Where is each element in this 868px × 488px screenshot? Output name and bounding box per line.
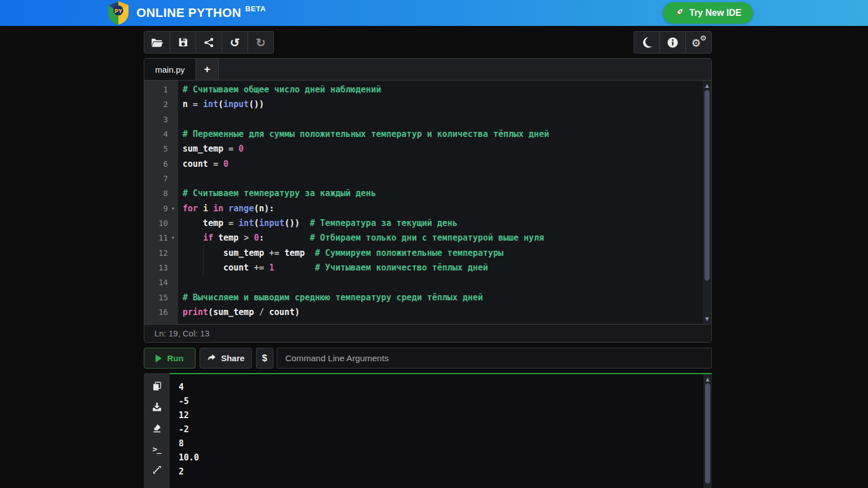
command-line-arguments-input[interactable] [277, 348, 712, 369]
copy-button[interactable] [150, 380, 163, 392]
code-text [178, 275, 711, 290]
line-number: 4 [144, 127, 168, 141]
line-number: 6 [144, 157, 168, 171]
fold-gutter [168, 141, 178, 156]
beta-badge: BETA [245, 5, 265, 13]
download-button[interactable] [150, 401, 163, 413]
fold-gutter [168, 112, 178, 127]
scroll-up-icon[interactable]: ▲ [703, 82, 711, 89]
fold-arrow-icon[interactable]: ▾ [168, 201, 178, 216]
terminal-button[interactable]: >_ [150, 443, 163, 455]
tab-main-py[interactable]: main.py [144, 59, 196, 80]
toolbar-left-group: ↺↻ [144, 31, 274, 54]
line-number: 8 [144, 186, 168, 201]
line-number: 1 [144, 82, 168, 97]
console-output-line: -5 [179, 394, 703, 409]
settings-icon: ⚙⚙ [692, 36, 706, 49]
settings-button[interactable]: ⚙⚙ [685, 31, 712, 54]
code-editor[interactable]: 1# Считываем общее число дней наблюдений… [144, 81, 711, 324]
code-line: 7 [144, 171, 711, 186]
add-tab-button[interactable]: + [196, 59, 219, 80]
code-lines: 1# Считываем общее число дней наблюдений… [144, 81, 711, 324]
fold-gutter [168, 275, 178, 290]
console-output-line: 4 [179, 380, 703, 394]
code-line: 8# Считываем температуру за каждый день [144, 186, 711, 201]
cursor-position-status: Ln: 19, Col: 13 [144, 324, 711, 342]
fold-gutter [168, 260, 178, 275]
fold-gutter [168, 97, 178, 112]
editor-scrollbar[interactable]: ▲ ▼ [703, 81, 711, 324]
editor-scroll-thumb[interactable] [705, 90, 710, 281]
download-icon [152, 402, 162, 412]
info-button[interactable] [659, 31, 686, 54]
console-output[interactable]: 4-512-2810.02 ▲ [170, 373, 712, 488]
expand-button[interactable] [150, 464, 163, 476]
code-line: 14 [144, 275, 711, 290]
share-icon [203, 37, 214, 48]
code-text [178, 112, 711, 127]
brand-title: ONLINE PYTHON [136, 6, 241, 20]
expand-icon [152, 464, 162, 475]
svg-text:PY: PY [114, 8, 122, 14]
console-scrollbar[interactable]: ▲ [703, 374, 712, 488]
code-text: sum_temp += temp # Суммируем положительн… [178, 246, 711, 260]
code-line: 15# Вычисляем и выводим среднюю температ… [144, 290, 711, 305]
console-output-line: 2 [179, 465, 703, 479]
code-line: 17 [144, 320, 711, 325]
code-line: 6count = 0 [144, 157, 711, 171]
dark-mode-button[interactable] [634, 31, 660, 54]
code-text: n = int(input()) [178, 97, 711, 112]
terminal-icon: >_ [153, 445, 161, 454]
app-logo-icon: PY [107, 1, 131, 25]
command-line-args-group: $ [256, 348, 712, 369]
line-number: 10 [144, 216, 168, 230]
fold-gutter [168, 305, 178, 320]
tab-bar: main.py + [144, 59, 711, 81]
code-line: 3 [144, 112, 711, 127]
console-output-line: 10.0 [179, 451, 703, 465]
try-new-ide-button[interactable]: Try New IDE [663, 2, 753, 24]
fold-gutter [168, 290, 178, 305]
run-button[interactable]: Run [144, 348, 196, 369]
console-sidebar: >_ [144, 373, 170, 488]
code-text [178, 171, 711, 186]
redo-button[interactable]: ↻ [247, 31, 274, 54]
undo-icon: ↺ [230, 37, 240, 48]
console-scroll-thumb[interactable] [705, 383, 710, 483]
line-number: 12 [144, 246, 168, 260]
code-text: # Считываем температуру за каждый день [178, 186, 711, 201]
code-text: # Переменные для суммы положительных тем… [178, 127, 711, 141]
code-text: count = 0 [178, 157, 711, 171]
code-text: # Считываем общее число дней наблюдений [178, 82, 711, 97]
scroll-down-icon[interactable]: ▼ [703, 316, 711, 322]
save-button[interactable] [170, 31, 196, 54]
output-console: >_ 4-512-2810.02 ▲ [144, 373, 712, 488]
redo-icon: ↻ [256, 37, 266, 48]
editor-panel: main.py + 1# Считываем общее число дней … [144, 58, 712, 343]
line-number: 16 [144, 305, 168, 320]
undo-button[interactable]: ↺ [222, 31, 248, 54]
code-line: 5sum_temp = 0 [144, 141, 711, 156]
info-icon [667, 37, 679, 48]
share-button[interactable] [196, 31, 222, 54]
clear-button[interactable] [150, 422, 163, 434]
console-output-line: -2 [179, 423, 703, 437]
line-number: 11 [144, 230, 168, 245]
open-file-icon [150, 37, 163, 48]
console-output-line: 8 [179, 437, 703, 451]
share-code-button[interactable]: Share [200, 348, 252, 369]
line-number: 7 [144, 171, 168, 186]
scroll-up-icon[interactable]: ▲ [703, 376, 712, 383]
indent-guide [203, 245, 203, 275]
code-line: 16print(sum_temp / count) [144, 305, 711, 320]
open-file-button[interactable] [144, 31, 170, 54]
fold-gutter [168, 157, 178, 171]
code-line: 1# Считываем общее число дней наблюдений [144, 82, 711, 97]
code-text: for i in range(n): [178, 201, 711, 216]
fold-gutter [168, 171, 178, 186]
line-number: 13 [144, 260, 168, 275]
line-number: 2 [144, 97, 168, 112]
clear-icon [152, 423, 162, 433]
fold-arrow-icon[interactable]: ▾ [168, 230, 178, 245]
rocket-icon [675, 7, 684, 19]
